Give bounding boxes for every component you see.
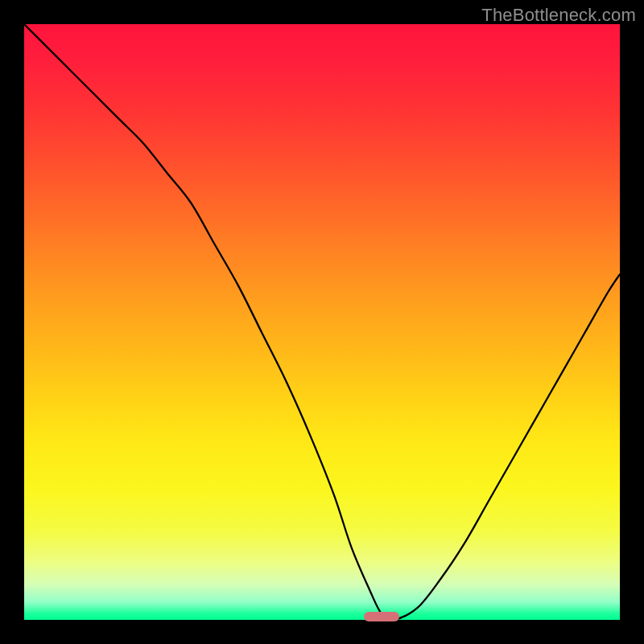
optimum-marker [364, 612, 399, 621]
watermark-text: TheBottleneck.com [481, 5, 636, 26]
curve-path [24, 24, 620, 620]
bottleneck-curve [24, 24, 620, 620]
chart-frame: TheBottleneck.com [0, 0, 644, 644]
plot-area [24, 24, 620, 620]
